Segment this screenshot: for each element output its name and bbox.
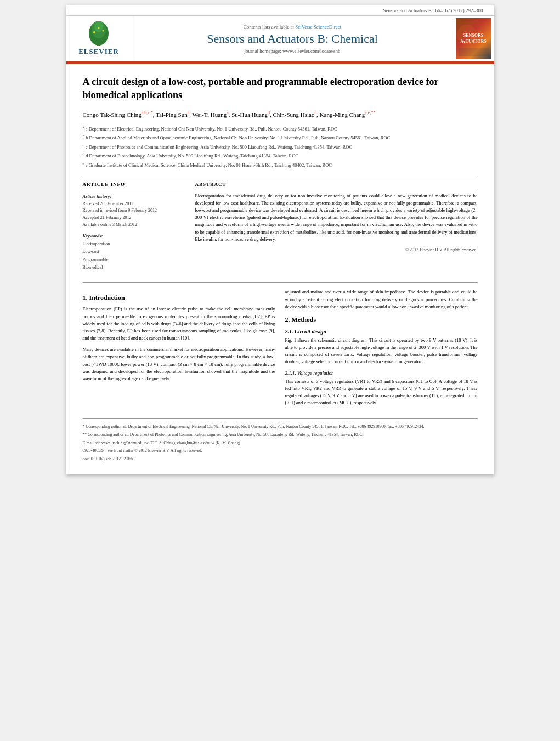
intro-paragraph-3: adjusted and maintained over a wide rang… <box>285 289 478 310</box>
keywords-label: Keywords: <box>83 233 184 239</box>
svg-point-5 <box>103 30 104 32</box>
elsevier-label: ELSEVIER <box>78 47 119 56</box>
intro-section-title: 1. Introduction <box>83 294 275 302</box>
journal-header-center: Contents lists available at SciVerse Sci… <box>132 16 453 61</box>
affiliations: a a Department of Electrical Engineering… <box>83 125 478 169</box>
copyright-line: © 2012 Elsevier B.V. All rights reserved… <box>195 247 478 252</box>
article-info-label: ARTICLE INFO <box>83 182 184 189</box>
header-main: ELSEVIER Contents lists available at Sci… <box>66 16 494 63</box>
keywords-list: Electroporation Low-cost Programmable Bi… <box>83 240 184 272</box>
methods-section-title: 2. Methods <box>285 316 478 324</box>
article-info-col: ARTICLE INFO Article history: Received 2… <box>83 182 184 275</box>
footnotes: * Corresponding author at: Department of… <box>83 418 478 462</box>
voltage-reg-subsubsection: 2.1.1. Voltage regulation <box>285 370 478 376</box>
email-line: E-mail addresses: tsching@ncnu.edu.tw (C… <box>83 440 478 446</box>
available-date: Available online 3 March 2012 <box>83 222 184 229</box>
accepted-date: Accepted 21 February 2012 <box>83 214 184 222</box>
sensors-badge: SENSORS AcTUATORS <box>456 18 491 59</box>
revised-date: Received in revised form 9 February 2012 <box>83 207 184 214</box>
keyword-4: Biomedical <box>83 264 184 271</box>
sciverse-link[interactable]: SciVerse ScienceDirect <box>295 24 341 30</box>
elsevier-tree-icon <box>82 21 115 46</box>
abstract-text: Electroporation for transdermal drug del… <box>195 193 478 243</box>
circuit-design-subsection: 2.1. Circuit design <box>285 329 478 335</box>
affiliation-a: a a Department of Electrical Engineering… <box>83 125 478 133</box>
keyword-1: Electroporation <box>83 240 184 248</box>
svg-point-6 <box>98 27 100 29</box>
journal-homepage: journal homepage: www.elsevier.com/locat… <box>245 48 341 54</box>
sensors-badge-line2: AcTUATORS <box>460 39 486 44</box>
article-info-abstract: ARTICLE INFO Article history: Received 2… <box>83 182 478 275</box>
article-title: A circuit design of a low-cost, portable… <box>83 75 478 102</box>
sciverse-line: Contents lists available at SciVerse Sci… <box>244 24 342 30</box>
abstract-label: ABSTRACT <box>195 182 478 189</box>
header-top-bar: Sensors and Actuators B 166–167 (2012) 2… <box>66 5 494 16</box>
keyword-3: Programmable <box>83 256 184 264</box>
body-content: 1. Introduction Electroporation (EP) is … <box>83 289 478 411</box>
circuit-paragraph: Fig. 1 shows the schematic circuit diagr… <box>285 337 478 366</box>
abstract-col: ABSTRACT Electroporation for transdermal… <box>195 182 478 275</box>
main-content: A circuit design of a low-cost, portable… <box>66 64 494 474</box>
journal-title: Sensors and Actuators B: Chemical <box>207 32 378 46</box>
article-history-label: Article history: <box>83 194 184 199</box>
journal-issue-ref: Sensors and Actuators B 166–167 (2012) 2… <box>383 8 483 13</box>
affiliation-c: c c Department of Photonics and Communic… <box>83 143 478 151</box>
article-dates: Received 26 December 2011 Received in re… <box>83 201 184 229</box>
footnote-starstar: ** Corresponding author at: Department o… <box>83 432 478 438</box>
divider-1 <box>83 176 478 176</box>
affiliation-b: b b Department of Applied Materials and … <box>83 133 478 142</box>
svg-point-4 <box>93 31 95 33</box>
sensors-badge-area: SENSORS AcTUATORS <box>453 16 494 61</box>
elsevier-logo-area: ELSEVIER <box>66 16 132 61</box>
doi-line: doi:10.1016/j.snb.2012.02.065 <box>83 456 478 462</box>
affiliation-d: d d Department of Biotechnology, Asia Un… <box>83 151 478 160</box>
svg-rect-9 <box>459 48 489 56</box>
affiliation-e: e e Graduate Institute of Clinical Medic… <box>83 161 478 169</box>
intro-paragraph-2: Many devices are available in the commer… <box>83 346 275 382</box>
voltage-reg-paragraph: This consists of 3 voltage regulators (V… <box>285 378 478 407</box>
page: Sensors and Actuators B 166–167 (2012) 2… <box>66 5 494 474</box>
patent-line: 0925-4005/$ – see front matter © 2012 El… <box>83 448 478 454</box>
elsevier-logo: ELSEVIER <box>78 21 119 56</box>
sensors-badge-line1: SENSORS <box>460 33 486 38</box>
keywords-section: Keywords: Electroporation Low-cost Progr… <box>83 233 184 272</box>
authors-line: Congo Tak-Shing Chinga,b,c,*, Tai-Ping S… <box>83 110 478 119</box>
body-col-left: 1. Introduction Electroporation (EP) is … <box>83 289 275 411</box>
received-date: Received 26 December 2011 <box>83 201 184 208</box>
body-col-right: adjusted and maintained over a wide rang… <box>285 289 478 411</box>
intro-paragraph-1: Electroporation (EP) is the use of an in… <box>83 306 275 342</box>
keyword-2: Low-cost <box>83 248 184 256</box>
divider-2 <box>83 282 478 283</box>
footnote-star: * Corresponding author at: Department of… <box>83 423 478 430</box>
